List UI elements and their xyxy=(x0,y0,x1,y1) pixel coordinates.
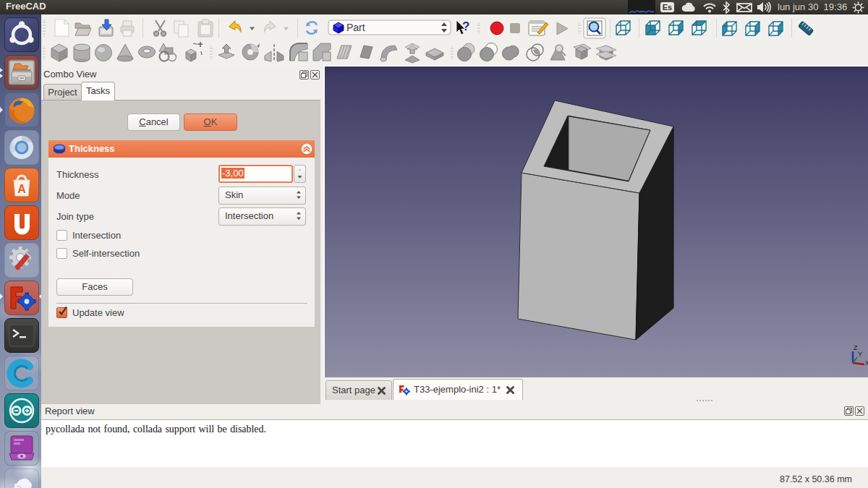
svg-text:Part: Part xyxy=(346,22,365,33)
svg-text:X: X xyxy=(865,359,868,367)
svg-text:A: A xyxy=(17,183,26,195)
svg-text:Y: Y xyxy=(858,351,862,358)
svg-text:?: ? xyxy=(462,20,469,33)
